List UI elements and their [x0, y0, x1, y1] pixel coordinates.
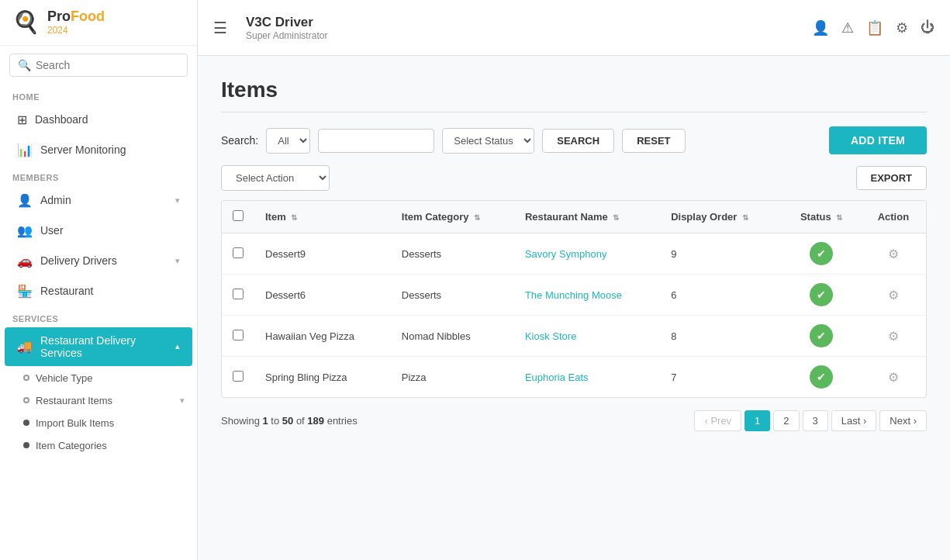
sort-icon[interactable]: ⇅ [742, 213, 748, 222]
col-category: Item Category ⇅ [391, 201, 514, 233]
row-status: ✔ [782, 233, 860, 275]
sidebar-item-delivery-drivers[interactable]: 🚗 Delivery Drivers ▾ [5, 247, 192, 275]
search-toolbar: Search: All Select Status Active Inactiv… [221, 126, 927, 154]
sidebar-item-dashboard[interactable]: ⊞ Dashboard [5, 105, 192, 134]
restaurant-icon: 🏪 [17, 284, 33, 299]
clipboard-icon[interactable]: 📋 [866, 19, 883, 36]
status-select[interactable]: Select Status Active Inactive [442, 128, 534, 154]
row-checkbox-cell [222, 316, 254, 357]
main-area: ☰ V3C Driver Super Administrator 👤 ⚠ 📋 ⚙… [198, 0, 950, 560]
sort-icon[interactable]: ⇅ [836, 213, 842, 222]
row-display-order: 7 [660, 357, 782, 398]
logo-food: Food [71, 9, 105, 24]
page-title: Items [221, 78, 927, 102]
reset-button[interactable]: RESET [622, 129, 685, 153]
action-gear-icon[interactable]: ⚙ [888, 289, 899, 302]
restaurant-link[interactable]: Kiosk Store [525, 330, 576, 342]
subnav-item-restaurant-items[interactable]: Restaurant Items ▾ [0, 389, 197, 412]
col-action: Action [861, 201, 926, 233]
row-action: ⚙ [861, 316, 926, 357]
settings-icon[interactable]: ⚙ [896, 19, 908, 36]
row-category: Nomad Nibbles [391, 316, 514, 357]
search-box[interactable]: 🔍 [9, 54, 188, 77]
sidebar-item-restaurant[interactable]: 🏪 Restaurant [5, 277, 192, 306]
row-checkbox[interactable] [233, 289, 244, 299]
sidebar-item-label: Restaurant [40, 285, 180, 297]
last-page-button[interactable]: Last › [831, 410, 877, 431]
subnav-item-import-bulk-items[interactable]: Import Bulk Items [0, 412, 197, 434]
search-input[interactable] [36, 59, 179, 71]
status-active-icon: ✔ [810, 324, 833, 347]
sidebar: 🍳 ProFood 2024 🔍 HOME ⊞ Dashboard 📊 Serv… [0, 0, 198, 560]
items-table: Item ⇅ Item Category ⇅ Restaurant Name ⇅… [222, 201, 926, 397]
chevron-down-icon: ▾ [180, 396, 185, 406]
add-item-button[interactable]: ADD ITEM [829, 126, 927, 154]
subnav-item-label: Restaurant Items [36, 395, 112, 406]
search-text-input[interactable] [318, 129, 434, 153]
status-active-icon: ✔ [810, 365, 833, 389]
restaurant-link[interactable]: The Munching Moose [525, 289, 622, 301]
action-gear-icon[interactable]: ⚙ [888, 330, 899, 343]
hamburger-icon[interactable]: ☰ [213, 19, 227, 37]
header-user-name: V3C Driver [246, 15, 800, 30]
table-row: Hawaiian Veg Pizza Nomad Nibbles Kiosk S… [222, 316, 926, 357]
logo-text: ProFood 2024 [47, 9, 105, 36]
subnav-item-label: Item Categories [36, 440, 107, 451]
row-category: Desserts [391, 233, 514, 275]
action-gear-icon[interactable]: ⚙ [888, 247, 899, 261]
user-profile-icon[interactable]: 👤 [812, 19, 829, 36]
col-checkbox [222, 201, 254, 233]
restaurant-link[interactable]: Euphoria Eats [525, 372, 589, 383]
restaurant-link[interactable]: Savory Symphony [525, 248, 607, 260]
subnav-item-label: Import Bulk Items [36, 417, 114, 429]
table-row: Dessert9 Desserts Savory Symphony 9 ✔ ⚙ [222, 233, 926, 275]
sort-icon[interactable]: ⇅ [291, 213, 297, 222]
row-action: ⚙ [861, 357, 926, 398]
page-2-button[interactable]: 2 [773, 410, 799, 431]
page-1-button[interactable]: 1 [744, 410, 770, 431]
logo-icon: 🍳 [12, 9, 40, 35]
sidebar-item-label: User [40, 224, 180, 237]
row-checkbox-cell [222, 233, 254, 275]
header-title: V3C Driver Super Administrator [246, 15, 800, 41]
prev-page-button[interactable]: ‹ Prev [694, 410, 741, 431]
subnav-item-item-categories[interactable]: Item Categories [0, 434, 197, 457]
alert-icon[interactable]: ⚠ [841, 19, 854, 36]
row-action: ⚙ [861, 275, 926, 316]
action-gear-icon[interactable]: ⚙ [888, 371, 899, 384]
row-checkbox[interactable] [233, 371, 244, 382]
row-category: Desserts [391, 275, 514, 316]
search-category-select[interactable]: All [266, 128, 310, 154]
row-checkbox[interactable] [233, 247, 244, 258]
pagination-controls: ‹ Prev 1 2 3 Last › Next › [694, 410, 927, 431]
power-icon[interactable]: ⏻ [921, 19, 934, 36]
sidebar-item-admin[interactable]: 👤 Admin ▾ [5, 186, 192, 215]
sort-icon[interactable]: ⇅ [613, 213, 619, 222]
next-page-button[interactable]: Next › [879, 410, 927, 431]
sort-icon[interactable]: ⇅ [474, 213, 480, 222]
status-active-icon: ✔ [810, 283, 833, 306]
select-all-checkbox[interactable] [233, 210, 244, 221]
row-item: Hawaiian Veg Pizza [254, 316, 391, 357]
row-action: ⚙ [861, 233, 926, 275]
page-3-button[interactable]: 3 [803, 410, 828, 431]
export-button[interactable]: EXPORT [856, 166, 927, 190]
content-area: Items Search: All Select Status Active I… [198, 56, 950, 560]
pagination-start: 1 [262, 415, 268, 427]
user-icon: 👥 [17, 223, 33, 238]
delivery-drivers-icon: 🚗 [17, 254, 33, 268]
select-action-dropdown[interactable]: Select Action Delete Activate Deactivate [221, 165, 330, 191]
sidebar-item-server-monitoring[interactable]: 📊 Server Monitoring [5, 136, 192, 164]
row-checkbox[interactable] [233, 330, 244, 340]
dot-icon [23, 375, 29, 381]
row-restaurant: The Munching Moose [514, 275, 660, 316]
search-button[interactable]: SEARCH [542, 129, 614, 153]
row-display-order: 8 [660, 316, 782, 357]
subnav-item-vehicle-type[interactable]: Vehicle Type [0, 367, 197, 389]
row-category: Pizza [391, 357, 514, 398]
search-label: Search: [221, 134, 258, 147]
nav-section-home: HOME [0, 85, 197, 105]
sidebar-item-user[interactable]: 👥 User [5, 216, 192, 245]
row-status: ✔ [782, 316, 860, 357]
sidebar-item-restaurant-delivery-services[interactable]: 🚚 Restaurant Delivery Services ▴ [5, 327, 192, 366]
